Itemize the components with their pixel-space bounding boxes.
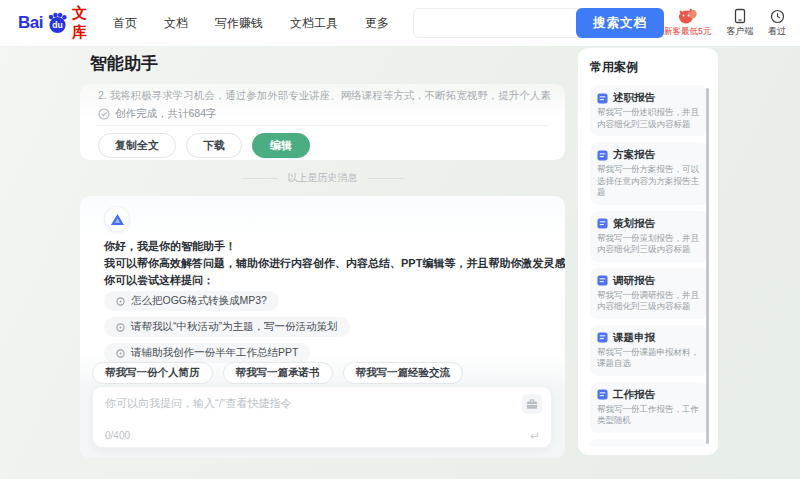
suggestion-item[interactable]: 怎么把OGG格式转换成MP3? [104, 291, 279, 311]
case-desc: 帮我写一份课题申报材料，课题自选 [597, 347, 701, 370]
history-divider-text: 以上是历史消息 [288, 171, 358, 185]
case-item-debriefing-report[interactable]: 述职报告 帮我写一份述职报告，并且内容细化到三级内容标题 [590, 85, 708, 136]
quick-chip-commitment[interactable]: 帮我写一篇承诺书 [223, 362, 333, 384]
case-item-ideological-report[interactable]: 思想汇报 帮我写一份思想汇报 [590, 439, 708, 447]
case-item-planning-report[interactable]: 策划报告 帮我写一份策划报告，并且内容细化到三级内容标题 [590, 211, 708, 262]
case-title: 课题申报 [613, 331, 655, 345]
greeting-body: 我可以帮你高效解答问题，辅助你进行内容创作、内容总结、PPT编辑等，并且帮助你激… [104, 255, 565, 272]
search-input[interactable] [414, 9, 576, 37]
edit-button[interactable]: 编辑 [252, 133, 310, 158]
doc-icon [597, 389, 608, 400]
chat-input-box: 0/400 ↵ [92, 386, 552, 448]
sidebar-title: 常用案例 [590, 59, 708, 76]
copy-all-button[interactable]: 复制全文 [98, 133, 176, 158]
header-right: 新客最低5元 客户端 看过 [664, 8, 800, 38]
case-item-plan-report[interactable]: 方案报告 帮我写一份方案报告，可以选择任意内容为方案报告主题 [590, 142, 708, 205]
creation-status: 创作完成，共计684字 [98, 107, 217, 121]
quick-chip-resume[interactable]: 帮我写一份个人简历 [92, 362, 213, 384]
viewed-entry[interactable]: 看过 [768, 9, 786, 38]
history-actions: 复制全文 下载 编辑 [98, 133, 310, 158]
char-counter: 0/400 [105, 430, 130, 441]
logo-text-bai: Bai [18, 13, 43, 33]
promo-label: 新客最低5元 [664, 26, 711, 38]
svg-text:du: du [52, 20, 62, 30]
doc-icon [597, 275, 608, 286]
nav-item-docs[interactable]: 文档 [164, 15, 188, 32]
client-label: 客户端 [726, 25, 753, 38]
search-button[interactable]: 搜索文档 [576, 8, 664, 38]
page-title: 智能助手 [90, 52, 158, 75]
quick-chip-experience[interactable]: 帮我写一篇经验交流 [343, 362, 464, 384]
logo-text-wenku: 文库 [72, 4, 87, 42]
case-item-work-report[interactable]: 工作报告 帮我写一份工作报告，工作类型随机 [590, 382, 708, 433]
promo-mascot-icon [677, 8, 699, 25]
case-title: 工作报告 [613, 388, 655, 402]
download-button[interactable]: 下载 [186, 133, 242, 158]
assistant-logo-icon [111, 214, 124, 225]
case-title: 调研报告 [613, 274, 655, 288]
divider-line [96, 125, 549, 126]
sidebar-scrollbar[interactable] [706, 88, 709, 444]
sidebar-case-list: 述职报告 帮我写一份述职报告，并且内容细化到三级内容标题 方案报告 帮我写一份方… [590, 85, 708, 446]
viewed-label: 看过 [768, 25, 786, 38]
case-item-research-report[interactable]: 调研报告 帮我写一份调研报告，并且内容细化到三级内容标题 [590, 268, 708, 319]
page: Bai du 文库 首页 文档 写作赚钱 文档工具 更多 搜索文档 [0, 0, 800, 479]
case-item-project-application[interactable]: 课题申报 帮我写一份课题申报材料，课题自选 [590, 325, 708, 376]
bullet-circle-icon [116, 323, 125, 332]
chat-input[interactable] [105, 396, 517, 425]
enter-send-icon[interactable]: ↵ [530, 429, 540, 443]
suggestion-text: 请辅助我创作一份半年工作总结PPT [131, 346, 298, 360]
case-title: 述职报告 [613, 91, 655, 105]
baidu-paw-icon: du [45, 11, 69, 35]
doc-icon [597, 93, 608, 104]
divider-line [368, 178, 404, 179]
check-circle-icon [98, 108, 110, 120]
suggestion-text: 怎么把OGG格式转换成MP3? [131, 294, 267, 308]
clock-icon [770, 9, 785, 24]
nav-item-home[interactable]: 首页 [113, 15, 137, 32]
suggestion-list: 怎么把OGG格式转换成MP3? 请帮我以“中秋活动”为主题，写一份活动策划 请辅… [104, 291, 350, 363]
doc-icon [597, 218, 608, 229]
history-tail-text: 2. 我将积极寻求学习机会，通过参加外部专业讲座、网络课程等方式，不断拓宽视野，… [98, 89, 551, 103]
case-title: 策划报告 [613, 217, 655, 231]
greeting-title: 你好，我是你的智能助手！ [104, 238, 565, 255]
history-result-card: 2. 我将积极寻求学习机会，通过参加外部专业讲座、网络课程等方式，不断拓宽视野，… [80, 84, 565, 160]
case-desc: 帮我写一份策划报告，并且内容细化到三级内容标题 [597, 233, 701, 256]
case-desc: 帮我写一份工作报告，工作类型随机 [597, 404, 701, 427]
greeting-hint: 你可以尝试这样提问： [104, 272, 565, 289]
nav-item-earn[interactable]: 写作赚钱 [215, 15, 263, 32]
toolbox-icon[interactable] [522, 394, 542, 414]
search-bar: 搜索文档 [413, 8, 664, 38]
assistant-avatar [104, 206, 130, 232]
promo-entry[interactable]: 新客最低5元 [664, 8, 711, 38]
suggestion-item[interactable]: 请帮我以“中秋活动”为主题，写一份活动策划 [104, 317, 350, 337]
case-title: 思想汇报 [613, 445, 655, 447]
case-desc: 帮我写一份调研报告，并且内容细化到三级内容标题 [597, 290, 701, 313]
divider-line [242, 178, 278, 179]
nav-item-more[interactable]: 更多 [365, 15, 389, 32]
case-title: 方案报告 [613, 148, 655, 162]
nav-item-tools[interactable]: 文档工具 [290, 15, 338, 32]
doc-icon [597, 150, 608, 161]
history-message-divider: 以上是历史消息 [80, 171, 565, 185]
main-nav: 首页 文档 写作赚钱 文档工具 更多 [113, 15, 389, 32]
chat-card: 你好，我是你的智能助手！ 我可以帮你高效解答问题，辅助你进行内容创作、内容总结、… [80, 196, 565, 458]
suggestion-text: 请帮我以“中秋活动”为主题，写一份活动策划 [131, 320, 338, 334]
common-cases-panel: 常用案例 述职报告 帮我写一份述职报告，并且内容细化到三级内容标题 方案报告 帮… [578, 48, 718, 455]
bullet-circle-icon [116, 349, 125, 358]
top-header: Bai du 文库 首页 文档 写作赚钱 文档工具 更多 搜索文档 [0, 0, 800, 46]
suggestion-item[interactable]: 请辅助我创作一份半年工作总结PPT [104, 343, 310, 363]
baidu-wenku-logo[interactable]: Bai du 文库 [18, 4, 87, 42]
assistant-greeting: 你好，我是你的智能助手！ 我可以帮你高效解答问题，辅助你进行内容创作、内容总结、… [104, 238, 565, 289]
bullet-circle-icon [116, 297, 125, 306]
doc-icon [597, 332, 608, 343]
case-desc: 帮我写一份方案报告，可以选择任意内容为方案报告主题 [597, 164, 701, 199]
quick-chip-row: 帮我写一份个人简历 帮我写一篇承诺书 帮我写一篇经验交流 [92, 362, 463, 384]
creation-status-text: 创作完成，共计684字 [115, 107, 217, 121]
client-entry[interactable]: 客户端 [726, 8, 753, 38]
phone-icon [733, 8, 747, 24]
case-desc: 帮我写一份述职报告，并且内容细化到三级内容标题 [597, 107, 701, 130]
